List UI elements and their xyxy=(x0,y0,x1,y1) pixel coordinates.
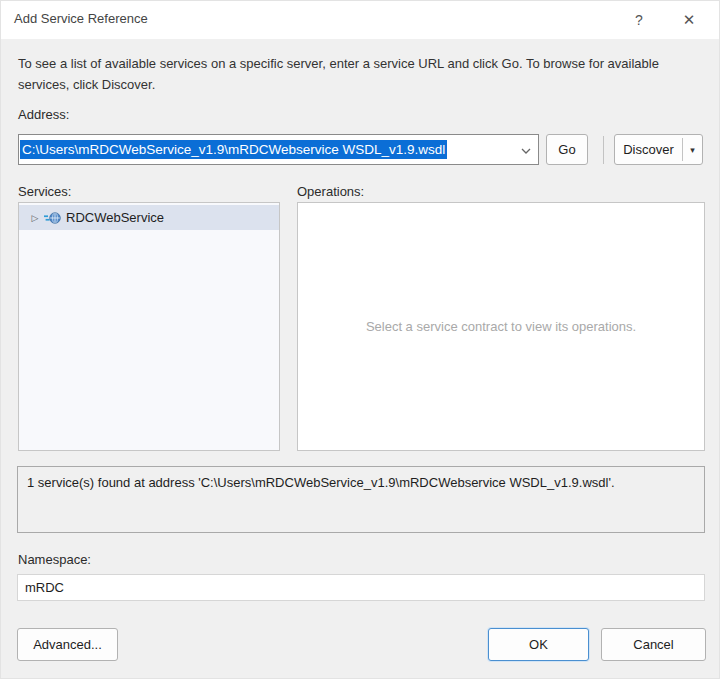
status-message: 1 service(s) found at address 'C:\Users\… xyxy=(18,467,704,498)
operations-label: Operations: xyxy=(297,184,364,199)
address-value: C:\Users\mRDCWebService_v1.9\mRDCWebserv… xyxy=(20,140,447,159)
advanced-button[interactable]: Advanced... xyxy=(17,628,118,661)
operations-panel: Select a service contract to view its op… xyxy=(297,202,705,451)
discover-button[interactable]: Discover ▾ xyxy=(614,134,703,165)
services-tree: ▷ RDCWebService xyxy=(18,202,280,451)
instruction-text: To see a list of available services on a… xyxy=(18,54,680,96)
help-button[interactable]: ? xyxy=(619,1,659,39)
web-service-icon xyxy=(44,211,61,225)
tree-item-label: RDCWebService xyxy=(66,210,164,225)
close-button[interactable]: ✕ xyxy=(669,1,709,39)
status-box: 1 service(s) found at address 'C:\Users\… xyxy=(17,466,705,533)
expander-icon[interactable]: ▷ xyxy=(28,213,42,223)
tree-row-rdcwebservice[interactable]: ▷ RDCWebService xyxy=(19,205,279,230)
services-label: Services: xyxy=(18,184,71,199)
close-icon: ✕ xyxy=(683,11,696,29)
title-bar: Add Service Reference ? ✕ xyxy=(1,1,720,39)
namespace-input[interactable] xyxy=(17,574,705,601)
address-label: Address: xyxy=(18,107,69,122)
namespace-label: Namespace: xyxy=(18,552,91,567)
combo-dropdown-icon[interactable] xyxy=(518,143,534,159)
toolbar-separator xyxy=(603,136,604,164)
ok-button[interactable]: OK xyxy=(488,628,589,661)
discover-dropdown-icon[interactable]: ▾ xyxy=(683,135,702,164)
dialog-title: Add Service Reference xyxy=(14,11,148,26)
go-button[interactable]: Go xyxy=(546,134,588,165)
cancel-button[interactable]: Cancel xyxy=(601,628,706,661)
discover-label: Discover xyxy=(615,135,682,164)
operations-placeholder: Select a service contract to view its op… xyxy=(346,319,656,334)
help-icon: ? xyxy=(635,12,643,28)
add-service-reference-dialog: Add Service Reference ? ✕ To see a list … xyxy=(0,0,720,679)
address-combobox[interactable]: C:\Users\mRDCWebService_v1.9\mRDCWebserv… xyxy=(18,134,539,165)
